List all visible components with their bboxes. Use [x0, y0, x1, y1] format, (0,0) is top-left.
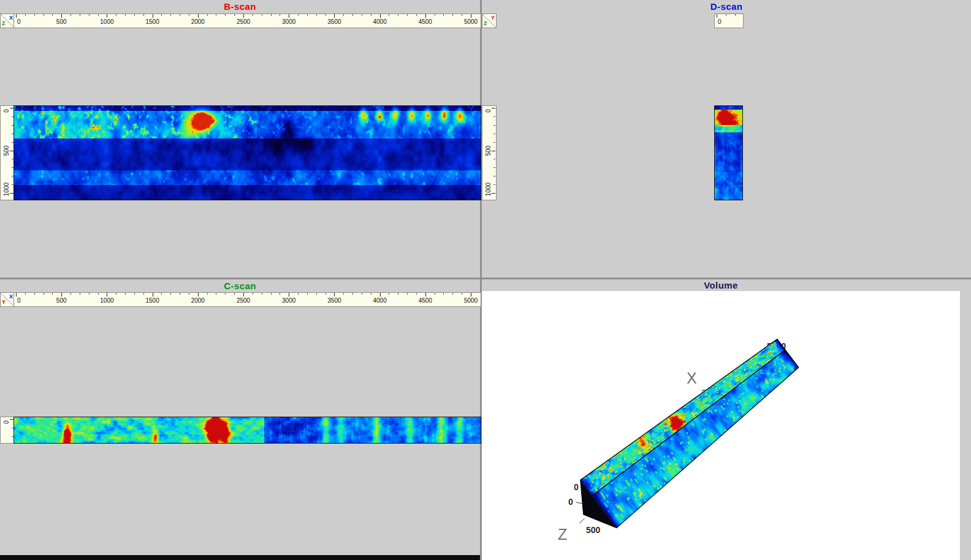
- ruler-minor-tick: [262, 293, 262, 295]
- dscan-horizontal-ruler[interactable]: 0: [714, 13, 744, 28]
- ruler-minor-tick: [493, 134, 495, 134]
- ruler-minor-tick: [362, 14, 362, 16]
- ruler-minor-tick: [280, 14, 280, 16]
- ruler-minor-tick: [98, 14, 99, 16]
- ruler-minor-tick: [80, 14, 80, 16]
- cscan-axis-corner: X Y: [0, 292, 15, 307]
- ruler-minor-tick: [34, 14, 35, 16]
- ruler-minor-tick: [398, 293, 398, 295]
- ruler-major-tick: [243, 14, 244, 18]
- ruler-major-tick: [289, 293, 289, 297]
- ruler-major-tick: [16, 14, 17, 18]
- ruler-minor-tick: [170, 293, 171, 295]
- ruler-minor-tick: [207, 14, 208, 16]
- ruler-minor-tick: [189, 293, 189, 295]
- ruler-minor-tick: [25, 14, 26, 16]
- volume-3d-render[interactable]: [482, 291, 960, 560]
- ruler-minor-tick: [262, 14, 262, 16]
- bscan-z-axis-letter: Z: [2, 21, 6, 26]
- ruler-minor-tick: [493, 142, 495, 143]
- ruler-tick-label: 2000: [191, 297, 205, 304]
- bscan-vertical-ruler[interactable]: 05001000: [0, 105, 15, 200]
- ruler-major-tick: [61, 14, 62, 18]
- cscan-horizontal-ruler[interactable]: 0500100015002000250030003500400045005000: [13, 292, 481, 307]
- volume-title: Volume: [482, 280, 960, 290]
- ruler-tick-label: 500: [485, 145, 492, 156]
- ruler-minor-tick: [389, 14, 389, 16]
- ruler-tick-label: 1500: [145, 297, 159, 304]
- ruler-tick-label: 1500: [145, 18, 159, 25]
- dscan-axis-corner: Y Z: [482, 13, 497, 28]
- panel-volume: Volume 5000 X 2500 0 0 500 Z: [482, 279, 971, 560]
- ruler-minor-tick: [443, 293, 444, 295]
- ruler-minor-tick: [493, 167, 495, 168]
- ruler-major-tick: [153, 14, 153, 18]
- ruler-minor-tick: [225, 293, 226, 295]
- volume-view[interactable]: 5000 X 2500 0 0 500 Z: [482, 291, 960, 560]
- ruler-tick-label: 500: [3, 145, 10, 156]
- ruler-minor-tick: [389, 293, 389, 295]
- dscan-vertical-ruler[interactable]: 05001000: [482, 105, 497, 200]
- app-window: B-scan X Z 05001000150020002500300035004…: [0, 0, 971, 560]
- cscan-x-axis-letter: X: [9, 294, 13, 300]
- ruler-tick-label: 500: [56, 18, 67, 25]
- ruler-minor-tick: [80, 293, 80, 295]
- ruler-minor-tick: [89, 293, 89, 295]
- ruler-tick-label: 3000: [282, 297, 295, 304]
- ruler-minor-tick: [98, 293, 99, 295]
- ruler-minor-tick: [735, 14, 736, 16]
- ruler-minor-tick: [726, 14, 726, 16]
- ruler-minor-tick: [316, 293, 317, 295]
- ruler-tick-label: 0: [3, 420, 10, 424]
- ruler-tick-label: 0: [485, 109, 492, 113]
- bscan-axis-corner: X Z: [0, 13, 15, 28]
- ruler-minor-tick: [352, 14, 353, 16]
- cscan-vertical-ruler[interactable]: 0: [0, 417, 15, 444]
- ruler-minor-tick: [371, 293, 371, 295]
- ruler-major-tick: [717, 14, 717, 18]
- ruler-major-tick: [425, 14, 426, 18]
- bscan-horizontal-ruler[interactable]: 0500100015002000250030003500400045005000: [13, 13, 481, 28]
- ruler-major-tick: [198, 14, 199, 18]
- ruler-minor-tick: [207, 293, 208, 295]
- ruler-minor-tick: [343, 14, 344, 16]
- ruler-minor-tick: [116, 293, 116, 295]
- ruler-major-tick: [492, 151, 495, 151]
- ruler-minor-tick: [143, 293, 144, 295]
- ruler-minor-tick: [216, 14, 216, 16]
- ruler-major-tick: [289, 14, 289, 18]
- ruler-minor-tick: [44, 293, 44, 295]
- cscan-y-axis-letter: Y: [2, 300, 6, 305]
- ruler-tick-label: 4000: [373, 297, 386, 304]
- ruler-minor-tick: [34, 293, 35, 295]
- ruler-tick-label: 4000: [373, 18, 386, 25]
- ruler-minor-tick: [326, 14, 326, 16]
- ruler-minor-tick: [143, 14, 144, 16]
- cscan-image[interactable]: [13, 417, 481, 444]
- bscan-x-axis-letter: X: [9, 15, 13, 21]
- ruler-tick-label: 0: [3, 109, 10, 113]
- ruler-major-tick: [61, 293, 62, 297]
- ruler-minor-tick: [452, 293, 453, 295]
- ruler-minor-tick: [89, 14, 89, 16]
- ruler-minor-tick: [435, 293, 435, 295]
- ruler-minor-tick: [25, 293, 26, 295]
- dscan-image[interactable]: [714, 105, 743, 200]
- ruler-major-tick: [380, 14, 381, 18]
- dscan-title: D-scan: [482, 1, 971, 12]
- ruler-minor-tick: [125, 14, 126, 16]
- ruler-minor-tick: [234, 293, 235, 295]
- ruler-tick-label: 1000: [3, 183, 10, 196]
- ruler-minor-tick: [493, 116, 495, 117]
- ruler-major-tick: [107, 14, 107, 18]
- ruler-minor-tick: [416, 14, 417, 16]
- ruler-major-tick: [334, 14, 335, 18]
- ruler-minor-tick: [298, 14, 299, 16]
- ruler-minor-tick: [452, 14, 453, 16]
- ruler-major-tick: [425, 293, 426, 297]
- ruler-major-tick: [243, 293, 244, 297]
- ruler-minor-tick: [225, 14, 226, 16]
- ruler-minor-tick: [116, 14, 116, 16]
- ruler-minor-tick: [407, 293, 408, 295]
- bscan-image[interactable]: [13, 105, 481, 200]
